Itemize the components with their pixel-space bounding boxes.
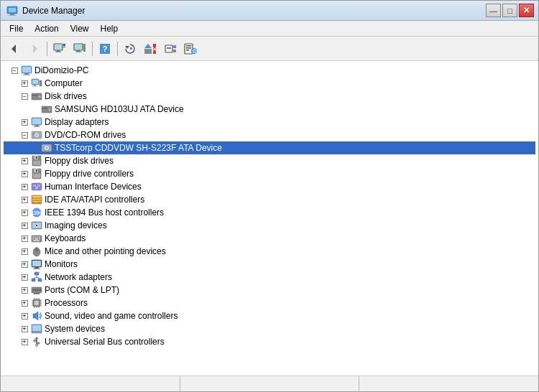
window-title: Device Manager xyxy=(22,6,85,16)
expander[interactable]: − xyxy=(19,91,29,101)
menu-action[interactable]: Action xyxy=(29,22,64,35)
svg-point-113 xyxy=(40,289,41,291)
list-item[interactable]: − Disk drives xyxy=(4,90,535,103)
menu-view[interactable]: View xyxy=(65,22,95,35)
list-item[interactable]: + Floppy disk drives xyxy=(4,154,535,167)
forward-button[interactable] xyxy=(25,39,44,58)
list-item[interactable]: + Computer xyxy=(4,77,535,90)
list-item[interactable]: + Sound, video and game controllers xyxy=(4,309,535,322)
view-button[interactable] xyxy=(50,39,69,58)
expander[interactable]: + xyxy=(19,298,29,308)
monitor2-button[interactable] xyxy=(70,39,89,58)
expander-box[interactable]: + xyxy=(22,80,28,87)
update-button[interactable]: ✕ xyxy=(141,39,160,58)
expander-box[interactable]: + xyxy=(22,158,28,164)
expander[interactable]: + xyxy=(19,117,29,127)
expander[interactable]: + xyxy=(19,285,29,295)
svg-rect-114 xyxy=(34,293,40,294)
list-item[interactable]: + Display adapters xyxy=(4,116,535,129)
list-item[interactable]: + Ports (COM & LPT) xyxy=(4,284,535,297)
expander-box[interactable]: − xyxy=(22,93,28,100)
svg-rect-103 xyxy=(34,272,39,275)
refresh-button[interactable] xyxy=(121,39,139,58)
list-item[interactable]: + xyxy=(4,297,535,309)
minimize-button[interactable]: — xyxy=(486,4,501,17)
svg-rect-13 xyxy=(75,45,82,50)
expander-box[interactable]: + xyxy=(22,274,28,281)
update-driver-icon: ✕ xyxy=(144,43,157,55)
expander[interactable]: + xyxy=(19,272,29,282)
device-tree[interactable]: − DiDomizio-PC + xyxy=(1,61,538,375)
expander-box[interactable]: + xyxy=(22,339,28,345)
list-item[interactable]: − DVD/CD-ROM drives xyxy=(4,129,535,141)
usb-icon xyxy=(31,336,42,347)
back-button[interactable] xyxy=(5,39,24,58)
help-button[interactable]: ? xyxy=(96,39,114,58)
list-item[interactable]: + Human Interface Devices xyxy=(4,180,535,193)
svg-point-78 xyxy=(40,202,41,204)
tree-root[interactable]: − DiDomizio-PC xyxy=(4,64,535,77)
app-icon xyxy=(6,5,18,17)
expander-box[interactable]: + xyxy=(22,235,28,242)
maximize-button[interactable]: □ xyxy=(502,4,517,17)
close-button[interactable]: ✕ xyxy=(519,4,534,17)
expander[interactable]: + xyxy=(19,195,29,205)
expander[interactable]: + xyxy=(19,169,29,179)
list-item[interactable]: + Imaging devices xyxy=(4,219,535,232)
properties-button[interactable]: ⚙ xyxy=(181,39,200,58)
expander-box[interactable]: + xyxy=(22,300,28,307)
list-item[interactable]: + Monitors xyxy=(4,258,535,271)
expander[interactable]: + xyxy=(19,246,29,256)
uninstall-button[interactable] xyxy=(161,39,180,58)
properties-icon: ⚙ xyxy=(184,43,197,55)
expander-box[interactable]: + xyxy=(22,261,28,268)
svg-rect-11 xyxy=(63,47,65,47)
item-label: Display adapters xyxy=(45,117,109,127)
expander[interactable]: + xyxy=(19,182,29,192)
expander[interactable]: + xyxy=(19,207,29,218)
expander[interactable]: + xyxy=(19,78,29,88)
root-expander-box[interactable]: − xyxy=(11,67,18,74)
expander[interactable]: + xyxy=(19,337,29,347)
expander[interactable]: + xyxy=(19,259,29,269)
list-item[interactable]: + Floppy drive controllers xyxy=(4,167,535,180)
expander[interactable]: + xyxy=(19,324,29,334)
expander-box[interactable]: + xyxy=(22,287,28,294)
svg-marker-129 xyxy=(33,312,38,320)
svg-rect-38 xyxy=(23,75,30,75)
list-item[interactable]: + Keyboards xyxy=(4,232,535,245)
menu-help[interactable]: Help xyxy=(95,22,124,35)
expander-box[interactable]: + xyxy=(22,184,28,190)
expander-box[interactable]: + xyxy=(22,210,28,216)
svg-point-60 xyxy=(46,147,47,149)
root-expander[interactable]: − xyxy=(9,65,19,75)
expander-box[interactable]: + xyxy=(22,171,28,177)
list-item[interactable]: + System devices xyxy=(4,322,535,335)
expander[interactable]: − xyxy=(19,130,29,140)
list-item[interactable]: + Mice and other pointing devices xyxy=(4,245,535,258)
list-item[interactable]: + 1394 IEEE 1394 Bus host controllers xyxy=(4,206,535,219)
expander-box[interactable]: + xyxy=(22,223,28,229)
expander-box[interactable]: + xyxy=(22,326,28,332)
expander-box[interactable]: − xyxy=(22,132,28,139)
expander-box[interactable]: + xyxy=(22,197,28,203)
menu-file[interactable]: File xyxy=(4,22,29,35)
list-item[interactable]: TSSTcorp CDDVDW SH-S223F ATA Device xyxy=(4,141,535,154)
expander[interactable]: + xyxy=(19,220,29,230)
list-item[interactable]: + IDE ATA/ATAPI controllers xyxy=(4,193,535,206)
expander[interactable]: + xyxy=(19,233,29,243)
expander[interactable]: + xyxy=(19,156,29,166)
list-item[interactable]: + Universal Serial Bus controllers xyxy=(4,335,535,348)
expander-box[interactable]: + xyxy=(22,313,28,319)
expander-box[interactable]: + xyxy=(22,248,28,255)
list-item[interactable]: + Network adapters xyxy=(4,271,535,284)
list-item[interactable]: SAMSUNG HD103UJ ATA Device xyxy=(4,103,535,116)
item-label: DVD/CD-ROM drives xyxy=(45,130,126,140)
svg-rect-7 xyxy=(55,45,62,50)
expander-box[interactable]: + xyxy=(22,119,28,126)
item-label: IDE ATA/ATAPI controllers xyxy=(45,195,144,205)
svg-text:1394: 1394 xyxy=(31,210,42,215)
svg-rect-87 xyxy=(32,237,34,238)
forward-icon xyxy=(29,43,40,55)
expander[interactable]: + xyxy=(19,311,29,321)
